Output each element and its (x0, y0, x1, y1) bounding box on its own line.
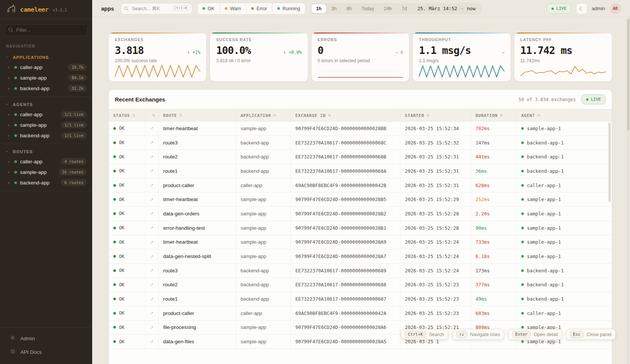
column-header-duration[interactable]: DURATION ⇅ (471, 109, 517, 121)
sidebar-section-applications[interactable]: ▾ APPLICATIONS (0, 52, 92, 62)
sidebar-footer: Admin API Docs (0, 327, 92, 364)
open-row-icon[interactable]: ↗ (150, 268, 154, 273)
avatar[interactable]: AD (610, 3, 621, 14)
agent-status-dot (521, 326, 524, 329)
table-live-badge[interactable]: LIVE (581, 94, 606, 104)
sidebar-section-routes[interactable]: ▾ ROUTES (0, 146, 92, 156)
table-row[interactable]: OK ↗ route2 backend-app EE7322370A10617-… (109, 278, 612, 292)
status-ok-dot (113, 340, 116, 343)
time-to: now (467, 6, 476, 11)
duration-cell: 147ms (471, 136, 517, 150)
open-row-icon[interactable]: ↗ (150, 154, 154, 160)
time-range-24h[interactable]: 24h (379, 4, 396, 13)
open-row-icon[interactable]: ↗ (150, 197, 154, 202)
status-ok-dot (113, 283, 116, 286)
table-row[interactable]: OK ↗ timer-heartbeat sample-app 90799F47… (109, 121, 612, 136)
column-header-status[interactable]: STATUS ⇅ (109, 109, 145, 121)
sidebar-item-agents-sample-app[interactable]: ▸ sample-app 1/1 live (0, 120, 92, 130)
sidebar-section-agents[interactable]: ▾ AGENTS (0, 99, 92, 109)
sidebar-item-api-docs[interactable]: API Docs (0, 345, 92, 359)
shortcut-navigate-rows: ↑↓ Navigate rows (452, 329, 504, 340)
open-row-icon[interactable]: ↗ (150, 225, 154, 230)
column-header-started[interactable]: STARTED ⇅ (400, 109, 471, 121)
column-header-route[interactable]: ROUTE ⇅ (159, 109, 236, 121)
filter-input[interactable] (5, 25, 88, 36)
card-accent-bar (109, 32, 206, 34)
column-header-agent[interactable]: AGENT ⇅ (517, 109, 612, 121)
time-range-7d[interactable]: 7d (397, 4, 411, 13)
status-ok-dot (113, 312, 116, 315)
status-filter-error[interactable]: Error (246, 3, 272, 14)
status-filter-warn[interactable]: Warn (220, 3, 246, 14)
sidebar-item-applications-sample-app[interactable]: ▸ sample-app 84.1k (0, 72, 92, 83)
open-row-icon[interactable]: ↗ (150, 339, 154, 344)
sidebar-item-applications-backend-app[interactable]: ▸ backend-app 32.2k (0, 83, 92, 94)
open-row-icon[interactable]: ↗ (150, 310, 154, 316)
status-cell: OK (109, 121, 145, 135)
status-cell: OK (109, 164, 145, 178)
sidebar-item-admin[interactable]: Admin (0, 332, 92, 345)
duration-cell: 733ms (471, 235, 517, 249)
table-row[interactable]: OK ↗ route2 backend-app EE7322370A10617-… (109, 150, 612, 164)
sidebar-item-agents-backend-app[interactable]: ▸ backend-app 1/1 live (0, 130, 92, 141)
table-row[interactable]: OK ↗ route3 backend-app EE7322370A10617-… (109, 264, 612, 278)
sidebar-item-applications-caller-app[interactable]: ▸ caller-app 10.7k (0, 62, 92, 72)
application-cell: sample-app (236, 249, 291, 263)
table-row[interactable]: OK ↗ data-gen-nested-split sample-app 90… (109, 249, 612, 264)
chevron-right-icon: ▸ (8, 170, 11, 174)
started-cell: 2026-03-25 15:52:23 (400, 278, 471, 292)
count-badge: 4 routes (61, 158, 87, 165)
status-filter-running[interactable]: Running (272, 3, 305, 14)
open-row-icon[interactable]: ↗ (150, 254, 154, 259)
recent-exchanges-panel: Recent Exchanges 50 of 3.834 exchanges L… (109, 90, 612, 364)
route-cell: route1 (159, 164, 236, 178)
open-row-icon[interactable]: ↗ (150, 325, 154, 330)
exchange-id-cell: 90799F47E6CD24D-00000000000028B2 (291, 207, 400, 221)
route-cell: product-caller (159, 178, 236, 192)
open-row-icon[interactable]: ↗ (150, 168, 154, 174)
table-row[interactable]: OK ↗ data-gen-orders sample-app 90799F47… (109, 207, 612, 221)
time-range-3h[interactable]: 3h (327, 4, 341, 13)
agent-status-dot (521, 227, 524, 229)
table-row[interactable]: OK ↗ product-caller caller-app 69AC90BF8… (109, 306, 612, 321)
column-header-application[interactable]: APPLICATION ⇅ (236, 109, 291, 121)
open-row-icon[interactable]: ↗ (150, 183, 154, 188)
table-column-headers: STATUS ⇅ ⇅ ROUTE ⇅ APPLICATION ⇅ EXCHANG… (109, 109, 612, 121)
open-row-icon[interactable]: ↗ (150, 296, 154, 302)
table-row[interactable]: OK ↗ route1 backend-app EE7322370A10617-… (109, 292, 612, 306)
sidebar-item-routes-caller-app[interactable]: ▸ caller-app 4 routes (0, 156, 92, 167)
agent-cell: sample-app-1 (517, 121, 612, 135)
time-range-1h[interactable]: 1h (312, 4, 326, 13)
live-badge[interactable]: LIVE (547, 3, 571, 14)
agent-status-dot (521, 184, 524, 187)
table-row[interactable]: OK ↗ route1 backend-app EE7322370A10617-… (109, 164, 612, 178)
table-scrollbar-thumb[interactable] (608, 123, 611, 202)
sidebar-item-routes-sample-app[interactable]: ▸ sample-app 16 routes (0, 167, 92, 177)
table-row[interactable]: OK ↗ timer-heartbeat sample-app 90799F47… (109, 192, 612, 207)
status-cell: OK (109, 150, 145, 164)
duration-cell: 6.18s (471, 249, 517, 263)
open-row-icon[interactable]: ↗ (150, 240, 154, 245)
status-filter-ok[interactable]: OK (198, 3, 220, 14)
column-header-open[interactable]: ⇅ (145, 109, 159, 121)
time-range-6h[interactable]: 6h (342, 4, 356, 13)
open-row-icon[interactable]: ↗ (150, 282, 154, 287)
time-range-today[interactable]: Today (357, 4, 378, 13)
open-row-icon[interactable]: ↗ (150, 211, 154, 216)
open-row-icon[interactable]: ↗ (150, 140, 154, 145)
table-row[interactable]: OK ↗ product-caller caller-app 69AC90BF8… (109, 178, 612, 193)
page-scrollbar-thumb[interactable] (627, 19, 630, 130)
table-row[interactable]: OK ↗ timer-heartbeat sample-app 90799F47… (109, 235, 612, 250)
column-header-exchange-id[interactable]: EXCHANGE ID ⇅ (291, 109, 400, 121)
open-row-icon[interactable]: ↗ (150, 126, 154, 131)
chevron-right-icon: ▸ (8, 160, 11, 163)
sidebar-item-agents-caller-app[interactable]: ▸ caller-app 1/1 live (0, 109, 92, 120)
dark-mode-toggle[interactable]: ☾ (576, 3, 587, 14)
card-subtitle: 0 errors in selected period (318, 58, 403, 63)
shortcut-key: Enter (512, 331, 531, 338)
card-title: LATENCY P99 (520, 37, 606, 42)
sidebar-item-routes-backend-app[interactable]: ▸ backend-app 6 routes (0, 177, 92, 188)
table-row[interactable]: OK ↗ route3 backend-app EE7322370A10617-… (109, 136, 612, 150)
exchange-id-cell: EE7322370A10617-0000000000000687 (291, 292, 400, 306)
table-row[interactable]: OK ↗ error-handling-test sample-app 9079… (109, 221, 612, 235)
